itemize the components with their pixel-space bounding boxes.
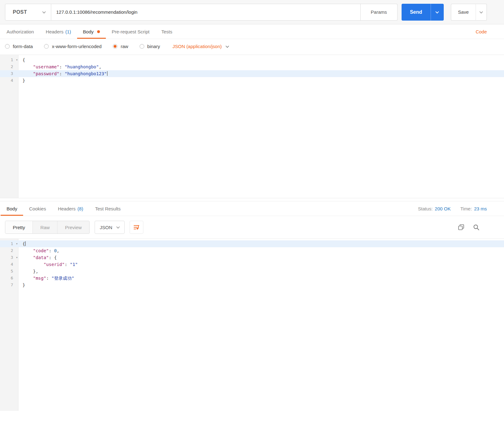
send-button[interactable]: Send [402,4,431,21]
code-line[interactable]: 4} [0,77,504,84]
tab-test-results[interactable]: Test Results [89,201,126,216]
tab-label: Pre-request Script [112,29,150,34]
save-button[interactable]: Save [451,4,476,21]
text-cursor [107,71,107,76]
save-dropdown-button[interactable] [476,4,487,21]
content-type-select[interactable]: JSON (application/json) [172,44,229,49]
search-response-button[interactable] [473,224,480,231]
preview-view-tab[interactable]: Preview [57,221,89,234]
send-dropdown-button[interactable] [431,4,444,21]
tab-cookies[interactable]: Cookies [23,201,52,216]
response-tabs: Body Cookies Headers (8) Test Results St… [0,201,504,216]
fold-arrow-icon[interactable]: ▾ [16,240,18,247]
code-text: "msg": "登录成功" [18,275,504,282]
response-language-select[interactable]: JSON [95,221,125,234]
wrap-text-icon [133,224,140,230]
chevron-down-icon [42,10,46,13]
status-value: 200 OK [435,206,451,211]
fold-arrow-icon[interactable]: ▾ [16,57,18,63]
line-number: 3▾ [0,254,18,261]
tab-label: Cookies [29,206,46,211]
tab-label: Authorization [7,29,34,34]
code-line[interactable]: 1▾{ [0,57,504,63]
radio-label: raw [121,44,128,49]
wrap-lines-button[interactable] [130,221,143,234]
pretty-view-tab[interactable]: Pretty [5,221,33,234]
tab-label: Body [83,29,94,34]
tab-authorization[interactable]: Authorization [1,24,40,39]
chevron-down-icon [436,10,439,13]
code-text: { [18,240,504,247]
body-type-binary[interactable]: binary [140,44,160,49]
tab-label: Body [7,206,17,211]
code-text: } [18,77,504,84]
params-button[interactable]: Params [361,4,398,21]
code-line[interactable]: 2 "code": 0, [0,247,504,254]
tab-body[interactable]: Body [77,24,106,39]
tab-label: Headers [46,29,64,34]
tab-headers[interactable]: Headers (1) [40,24,77,39]
radio-label: x-www-form-urlencoded [52,44,101,49]
code-text: "userid": "1" [18,261,504,268]
tab-label: Tests [161,29,172,34]
copy-response-button[interactable] [458,224,465,231]
tab-label: Test Results [95,206,121,211]
code-link[interactable]: Code [476,29,487,34]
body-type-form-data[interactable]: form-data [5,44,33,49]
tab-label: Headers [58,206,76,211]
tab-tests[interactable]: Tests [156,24,178,39]
request-body-editor[interactable]: 1▾{2 "username": "huanghongbo",3 "passwo… [0,55,504,198]
body-type-x-www-form-urlencoded[interactable]: x-www-form-urlencoded [44,44,101,49]
code-line[interactable]: 2 "username": "huanghongbo", [0,63,504,70]
search-icon [473,224,480,231]
send-group: Send [402,4,444,21]
radio-label: form-data [13,44,33,49]
line-number: 1▾ [0,240,18,247]
chevron-down-icon [225,44,229,47]
code-text: "data": { [18,254,504,261]
line-number: 5 [0,268,18,275]
content-type-label: JSON (application/json) [172,44,222,49]
code-line[interactable]: 3 "password": "huanghongbo123" [0,70,504,77]
line-number: 6 [0,275,18,282]
line-number: 2 [0,247,18,254]
headers-count-badge: (8) [77,206,83,211]
code-text: "password": "huanghongbo123" [18,70,504,77]
radio-label: binary [147,44,160,49]
status-label: Status: [418,206,433,211]
code-line[interactable]: 7} [0,282,504,288]
method-label: POST [13,9,27,15]
line-number: 1▾ [0,57,18,63]
code-line[interactable]: 5 }, [0,268,504,275]
tab-response-headers[interactable]: Headers (8) [52,201,89,216]
response-view-toolbar: Pretty Raw Preview JSON [0,216,504,239]
response-body-editor[interactable]: 1▾{2 "code": 0,3▾ "data": {4 "userid": "… [0,239,504,411]
code-line[interactable]: 1▾{ [0,240,504,247]
body-type-raw[interactable]: raw [113,44,128,49]
copy-icon [458,224,465,231]
body-type-row: form-data x-www-form-urlencoded raw bina… [0,39,504,55]
response-section: Body Cookies Headers (8) Test Results St… [0,201,504,411]
response-editor-lines: 1▾{2 "code": 0,3▾ "data": {4 "userid": "… [0,239,504,288]
tab-pre-request-script[interactable]: Pre-request Script [106,24,156,39]
code-line[interactable]: 3▾ "data": { [0,254,504,261]
request-toolbar: POST Params Send Save [0,0,504,24]
request-editor-lines: 1▾{2 "username": "huanghongbo",3 "passwo… [0,55,504,84]
line-number: 4 [0,261,18,268]
line-number: 7 [0,282,18,288]
response-actions [458,224,480,231]
code-line[interactable]: 6 "msg": "登录成功" [0,275,504,282]
time-label: Time: [460,206,472,211]
code-text: } [18,282,504,288]
fold-arrow-icon[interactable]: ▾ [16,254,18,261]
url-input[interactable] [51,4,361,21]
line-number: 3 [0,70,18,77]
url-group: POST Params [5,4,398,21]
code-line[interactable]: 4 "userid": "1" [0,261,504,268]
raw-view-tab[interactable]: Raw [33,221,57,234]
language-label: JSON [100,225,112,230]
method-select[interactable]: POST [5,4,51,21]
radio-icon [5,44,10,49]
time-value: 23 ms [474,206,487,211]
tab-response-body[interactable]: Body [1,201,23,216]
